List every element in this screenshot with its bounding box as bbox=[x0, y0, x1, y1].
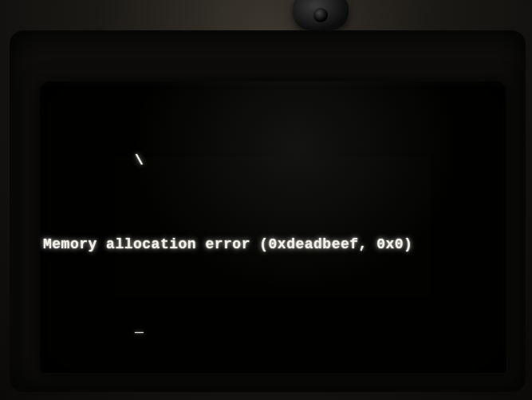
crt-screen: \ Memory allocation error (0xdeadbeef, 0… bbox=[40, 81, 506, 373]
monitor-bezel: \ Memory allocation error (0xdeadbeef, 0… bbox=[10, 30, 526, 392]
spinner-char: \ bbox=[135, 150, 144, 171]
boot-terminal: \ Memory allocation error (0xdeadbeef, 0… bbox=[43, 88, 500, 373]
photo-scene: \ Memory allocation error (0xdeadbeef, 0… bbox=[0, 0, 532, 400]
webcam-device bbox=[293, 0, 349, 30]
error-message-line: Memory allocation error (0xdeadbeef, 0x0… bbox=[43, 234, 500, 255]
text-cursor: _ bbox=[135, 317, 144, 338]
